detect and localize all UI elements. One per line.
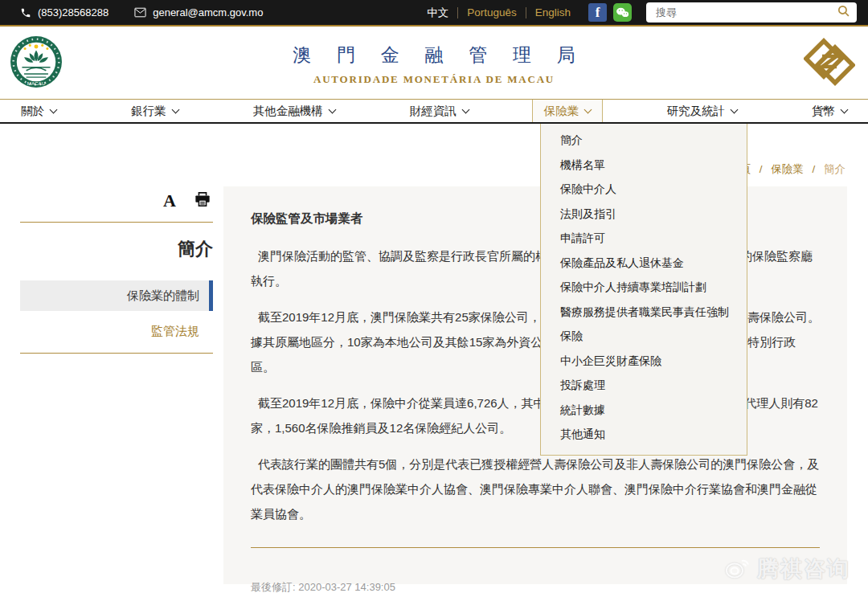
- email-link[interactable]: general@amcm.gov.mo: [134, 6, 263, 18]
- print-icon[interactable]: [194, 191, 211, 211]
- insurance-dropdown-menu: 簡介 機構名單 保險中介人 法則及指引 申請許可 保險產品及私人退休基金 保險中…: [540, 124, 747, 456]
- site-title-block: 澳 門 金 融 管 理 局 AUTORIDADE MONETÁRIA DE MA…: [0, 43, 868, 86]
- last-modified: 最後修訂: 2020-03-27 14:39:05: [251, 580, 820, 593]
- breadcrumb-current: 簡介: [824, 163, 845, 175]
- dropdown-item-intro[interactable]: 簡介: [541, 128, 747, 153]
- chevron-down-icon: [461, 106, 469, 114]
- content-paragraph: 代表該行業的團體共有5個，分別是代表已獲授權經營人壽保險公司及非人壽保險公司的澳…: [251, 452, 820, 526]
- dropdown-item-sme-catastrophe[interactable]: 中小企巨災財產保險: [541, 349, 747, 374]
- phone-number: (853)28568288: [38, 6, 108, 18]
- dropdown-item-intermediaries[interactable]: 保險中介人: [541, 177, 747, 202]
- dropdown-item-cpd-programme[interactable]: 保險中介人持續專業培訓計劃: [541, 275, 747, 300]
- dropdown-item-statistics[interactable]: 統計數據: [541, 398, 747, 423]
- wechat-icon[interactable]: [613, 3, 632, 22]
- lang-pt[interactable]: Português: [467, 6, 517, 18]
- nav-label: 其他金融機構: [253, 104, 323, 119]
- breadcrumb-separator: /: [760, 163, 763, 175]
- chevron-down-icon: [841, 106, 849, 114]
- nav-label: 銀行業: [131, 104, 166, 119]
- dropdown-item-medical-liability[interactable]: 醫療服務提供者職業民事責任強制保險: [541, 300, 747, 349]
- facebook-icon[interactable]: f: [588, 3, 607, 22]
- mail-icon: [134, 7, 146, 18]
- nav-label: 保險業: [544, 104, 579, 119]
- sidebar-heading: 簡介: [20, 237, 213, 261]
- breadcrumb-separator: /: [812, 163, 815, 175]
- chevron-down-icon: [584, 106, 592, 114]
- search-box: [646, 2, 857, 22]
- dropdown-item-application[interactable]: 申請許可: [541, 226, 747, 251]
- content-panel: 保險監管及市場業者 澳門保險活動的監管、協調及監察是行政長官所屬的權限，具體工作…: [223, 186, 847, 584]
- dropdown-item-other-notices[interactable]: 其他通知: [541, 422, 747, 447]
- dropdown-item-products-pension[interactable]: 保險產品及私人退休基金: [541, 251, 747, 276]
- nav-label: 貨幣: [812, 104, 835, 119]
- lang-zh[interactable]: 中文: [427, 6, 448, 20]
- site-header: MACAU 澳 門 金 融 管 理 局 AUTORIDADE MONETÁRIA…: [0, 27, 868, 100]
- topbar-right: 中文 Português English f: [427, 2, 857, 22]
- divider: [20, 353, 213, 354]
- chevron-down-icon: [171, 106, 179, 114]
- nav-item-other-financial[interactable]: 其他金融機構: [242, 100, 346, 122]
- nav-label: 研究及統計: [666, 104, 725, 119]
- nav-item-financial-info[interactable]: 財經資訊: [399, 100, 480, 122]
- dropdown-item-complaints[interactable]: 投訴處理: [541, 373, 747, 398]
- main-nav: 關於 銀行業 其他金融機構 財經資訊 保險業 研究及統計 貨幣: [0, 100, 868, 124]
- dropdown-item-institutions[interactable]: 機構名單: [541, 153, 747, 178]
- breadcrumb-section[interactable]: 保險業: [771, 163, 804, 175]
- divider: [457, 7, 458, 18]
- phone-icon: [20, 7, 31, 18]
- page-tools: A: [20, 191, 213, 222]
- phone-link[interactable]: (853)28568288: [20, 6, 108, 18]
- page: (853)28568288 general@amcm.gov.mo 中文 Por…: [0, 0, 868, 593]
- lang-en[interactable]: English: [535, 6, 571, 18]
- divider: [251, 547, 820, 548]
- search-icon[interactable]: [837, 4, 850, 21]
- divider: [20, 222, 213, 223]
- chevron-down-icon: [730, 106, 738, 114]
- email-address: general@amcm.gov.mo: [153, 6, 263, 18]
- divider: [526, 7, 526, 18]
- sidebar-item-insurance-system[interactable]: 保險業的體制: [20, 280, 213, 311]
- sidebar: A 簡介 保險業的體制 監管法規: [20, 191, 213, 354]
- nav-item-insurance[interactable]: 保險業: [532, 100, 604, 122]
- site-title-zh: 澳 門 金 融 管 理 局: [0, 43, 868, 67]
- nav-item-research-statistics[interactable]: 研究及統計: [655, 100, 748, 122]
- search-input[interactable]: [654, 6, 837, 19]
- nav-item-banking[interactable]: 銀行業: [120, 100, 190, 122]
- nav-item-currency[interactable]: 貨幣: [800, 100, 858, 122]
- chevron-down-icon: [50, 106, 58, 114]
- nav-label: 財經資訊: [410, 104, 457, 119]
- nav-item-about[interactable]: 關於: [10, 100, 68, 122]
- nav-label: 關於: [21, 104, 44, 119]
- amcm-diamond-logo: [804, 36, 855, 88]
- chevron-down-icon: [328, 106, 336, 114]
- font-size-button[interactable]: A: [163, 192, 176, 210]
- site-title-pt: AUTORIDADE MONETÁRIA DE MACAU: [0, 73, 868, 86]
- sidebar-item-regulations[interactable]: 監管法規: [20, 321, 213, 341]
- top-utility-bar: (853)28568288 general@amcm.gov.mo 中文 Por…: [0, 0, 868, 27]
- dropdown-item-rules-guidelines[interactable]: 法則及指引: [541, 202, 747, 227]
